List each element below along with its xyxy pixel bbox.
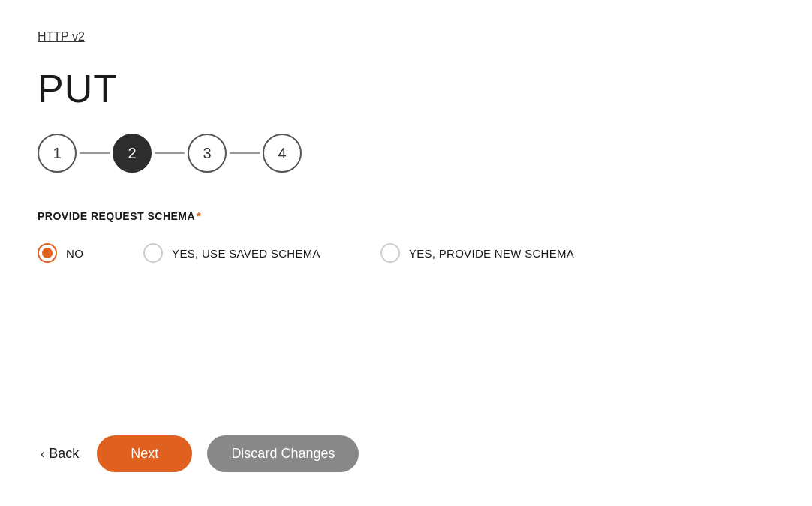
section-label: PROVIDE REQUEST SCHEMA* [38, 210, 774, 222]
radio-label-no: NO [66, 247, 83, 260]
radio-label-yes-new: YES, PROVIDE NEW SCHEMA [409, 247, 574, 260]
radio-option-yes-saved[interactable]: YES, USE SAVED SCHEMA [143, 243, 320, 263]
radio-group: NO YES, USE SAVED SCHEMA YES, PROVIDE NE… [38, 243, 774, 263]
radio-label-yes-saved: YES, USE SAVED SCHEMA [172, 247, 320, 260]
stepper: 1 2 3 4 [38, 134, 774, 173]
breadcrumb[interactable]: HTTP v2 [38, 30, 774, 44]
discard-changes-button[interactable]: Discard Changes [207, 435, 359, 472]
next-button[interactable]: Next [97, 435, 192, 472]
step-2[interactable]: 2 [113, 134, 152, 173]
page-title: PUT [38, 66, 774, 111]
step-connector-3-4 [230, 152, 260, 154]
radio-outer-yes-new[interactable] [380, 243, 400, 263]
back-chevron-icon: ‹ [41, 447, 44, 461]
radio-outer-yes-saved[interactable] [143, 243, 163, 263]
step-3[interactable]: 3 [188, 134, 227, 173]
radio-option-yes-new[interactable]: YES, PROVIDE NEW SCHEMA [380, 243, 574, 263]
step-connector-1-2 [80, 152, 110, 154]
step-connector-2-3 [155, 152, 185, 154]
step-1[interactable]: 1 [38, 134, 77, 173]
step-4[interactable]: 4 [263, 134, 302, 173]
page-container: HTTP v2 PUT 1 2 3 4 PROVIDE REQUEST SCHE… [0, 0, 812, 506]
footer-actions: ‹ Back Next Discard Changes [38, 435, 359, 472]
radio-option-no[interactable]: NO [38, 243, 83, 263]
required-star: * [197, 210, 201, 222]
radio-inner-no [42, 248, 53, 258]
radio-outer-no[interactable] [38, 243, 57, 263]
back-button[interactable]: ‹ Back [38, 440, 82, 468]
